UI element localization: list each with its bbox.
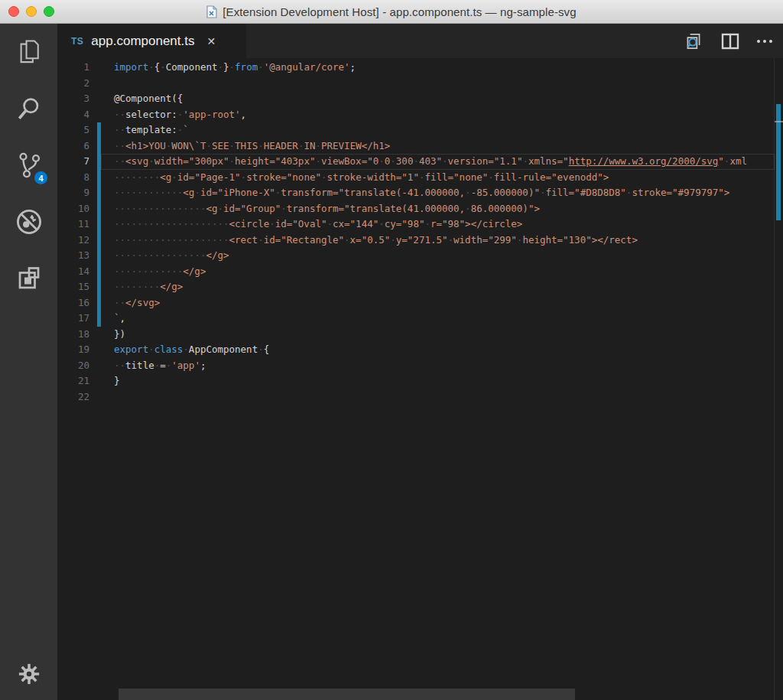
code-text: ················<g·id="Group"·transform=… [101, 201, 775, 217]
code-line-22[interactable]: 22 [57, 389, 783, 405]
line-number: 15 [57, 279, 89, 295]
zoom-window-button[interactable] [44, 6, 54, 17]
extensions-icon [15, 265, 43, 292]
overview-ruler [774, 58, 783, 700]
tab-app-component-ts[interactable]: TS app.component.ts ✕ [57, 24, 246, 58]
files-icon [16, 38, 42, 66]
line-number: 3 [57, 91, 89, 107]
code-line-15[interactable]: 15········</g> [57, 279, 783, 295]
code-line-16[interactable]: 16··</svg> [57, 295, 783, 311]
code-line-20[interactable]: 20··title·=·'app'; [57, 358, 783, 374]
horizontal-scrollbar[interactable] [119, 689, 575, 700]
minimize-window-button[interactable] [26, 6, 37, 17]
code-line-19[interactable]: 19export·class·AppComponent·{ [57, 342, 783, 358]
code-text: }) [101, 327, 775, 343]
line-number: 17 [57, 311, 89, 327]
code-text: export·class·AppComponent·{ [101, 342, 775, 358]
code-line-6[interactable]: 6··<h1>YOU·WON\`T·SEE·THIS·HEADER·IN·PRE… [57, 138, 783, 155]
traffic-lights [8, 6, 54, 17]
line-number: 22 [57, 389, 89, 405]
line-number: 21 [57, 373, 89, 389]
code-line-2[interactable]: 2 [57, 76, 783, 92]
code-text: ················</g> [101, 248, 775, 264]
open-preview-button[interactable] [684, 31, 703, 51]
tab-label: app.component.ts [91, 34, 194, 49]
code-text: ··title·=·'app'; [101, 358, 775, 374]
code-text: ····················<rect·id="Rectangle"… [101, 233, 775, 249]
line-number: 18 [57, 327, 89, 343]
close-window-button[interactable] [8, 6, 19, 17]
code-line-17[interactable]: 17`, [57, 311, 783, 327]
code-line-3[interactable]: 3@Component({ [57, 91, 783, 107]
code-line-10[interactable]: 10················<g·id="Group"·transfor… [57, 201, 783, 217]
bug-disabled-icon [15, 207, 44, 236]
code-text: `, [101, 311, 775, 327]
preview-magnifier-icon [684, 31, 703, 51]
code-editor[interactable]: 1import·{·Component·}·from·'@angular/cor… [57, 58, 783, 700]
code-text: ············</g> [101, 264, 775, 280]
code-text: ············<g·id="iPhone-X"·transform="… [101, 185, 775, 201]
code-text: @Component({ [101, 91, 775, 107]
line-number: 4 [57, 107, 89, 123]
code-text: ··</svg> [101, 295, 775, 311]
gear-icon [18, 663, 41, 685]
line-number: 19 [57, 342, 89, 358]
code-text: ········</g> [101, 279, 775, 295]
line-number: 2 [57, 76, 89, 92]
line-number: 12 [57, 233, 89, 249]
scm-changes-badge: 4 [34, 171, 47, 184]
line-number: 11 [57, 217, 89, 233]
overview-cursor-marker [775, 121, 783, 122]
line-number: 8 [57, 170, 89, 186]
line-number: 13 [57, 248, 89, 264]
code-text: ····················<circle·id="Oval"·cx… [101, 217, 775, 233]
code-lines: 1import·{·Component·}·from·'@angular/cor… [57, 58, 783, 405]
line-number: 6 [57, 138, 89, 155]
line-number: 20 [57, 358, 89, 374]
code-text: ··<svg·width="300px"·height="403px"·view… [101, 154, 775, 170]
code-text: ········<g·id="Page-1"·stroke="none"·str… [101, 170, 775, 186]
line-number: 7 [57, 154, 89, 170]
code-line-8[interactable]: 8········<g·id="Page-1"·stroke="none"·st… [57, 170, 783, 186]
code-text: } [101, 373, 775, 389]
sidebar-item-search[interactable] [0, 91, 57, 126]
search-icon [15, 95, 43, 122]
line-number: 1 [57, 60, 89, 76]
code-text: import·{·Component·}·from·'@angular/core… [101, 60, 775, 76]
code-line-18[interactable]: 18}) [57, 327, 783, 343]
code-line-9[interactable]: 9············<g·id="iPhone-X"·transform=… [57, 185, 783, 201]
code-line-12[interactable]: 12····················<rect·id="Rectangl… [57, 233, 783, 249]
more-actions-button[interactable] [757, 40, 772, 43]
code-text [101, 76, 775, 92]
code-line-7[interactable]: 7··<svg·width="300px"·height="403px"·vie… [57, 154, 783, 170]
settings-button[interactable] [0, 656, 57, 692]
window-title: [Extension Development Host] - app.compo… [223, 5, 576, 18]
split-editor-icon [721, 33, 739, 50]
code-line-14[interactable]: 14············</g> [57, 264, 783, 280]
sidebar-item-source-control[interactable]: 4 [0, 148, 57, 183]
activity-bar: 4 [0, 24, 57, 700]
code-line-5[interactable]: 5··template:·` [57, 122, 783, 138]
code-line-11[interactable]: 11····················<circle·id="Oval"·… [57, 217, 783, 233]
line-number: 5 [57, 122, 89, 138]
code-line-21[interactable]: 21} [57, 373, 783, 389]
split-editor-button[interactable] [721, 33, 739, 50]
file-icon [206, 5, 217, 18]
line-number: 9 [57, 185, 89, 201]
code-line-4[interactable]: 4··selector:·'app-root', [57, 107, 783, 123]
ellipsis-icon [757, 40, 772, 43]
line-number: 10 [57, 201, 89, 217]
close-tab-icon[interactable]: ✕ [207, 35, 216, 47]
code-line-1[interactable]: 1import·{·Component·}·from·'@angular/cor… [57, 60, 783, 76]
code-text: ··selector:·'app-root', [101, 107, 775, 123]
line-number: 14 [57, 264, 89, 280]
sidebar-item-extensions[interactable] [0, 261, 57, 296]
code-line-13[interactable]: 13················</g> [57, 248, 783, 264]
window-titlebar: [Extension Development Host] - app.compo… [0, 0, 783, 24]
code-text: ··<h1>YOU·WON\`T·SEE·THIS·HEADER·IN·PREV… [101, 138, 775, 155]
sidebar-item-debug[interactable] [0, 204, 57, 239]
tab-bar: TS app.component.ts ✕ [57, 24, 783, 58]
sidebar-item-explorer[interactable] [0, 34, 57, 70]
ts-language-icon: TS [71, 36, 83, 47]
code-text: ··template:·` [101, 122, 775, 138]
